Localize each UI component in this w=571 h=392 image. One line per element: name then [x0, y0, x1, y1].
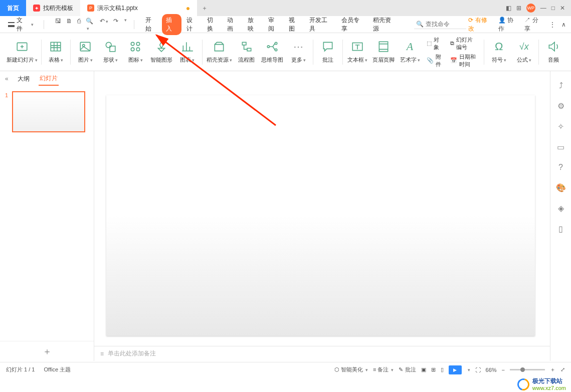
table-button[interactable]: 表格▾ — [43, 40, 68, 64]
object-button[interactable]: ⬚ 对象 — [427, 36, 442, 51]
notes-placeholder: 单击此处添加备注 — [108, 349, 156, 358]
notes-toggle[interactable]: ≡ 备注 ▾ — [373, 366, 394, 373]
command-search[interactable]: 🔍 — [414, 20, 466, 29]
sidebar-help-icon[interactable]: ? — [558, 163, 563, 172]
tab-slideshow[interactable]: 放映 — [244, 14, 263, 35]
textbox-icon — [351, 40, 364, 53]
hamburger-icon — [8, 22, 15, 27]
more-button[interactable]: ⋯ 更多▾ — [286, 40, 311, 64]
symbol-button[interactable]: Ω 符号▾ — [486, 40, 511, 64]
workspace: « 大纲 幻灯片 1 ＋ ≡ 单击此处添加备注 — [0, 71, 550, 361]
attachment-button[interactable]: 📎 附件 — [427, 53, 442, 68]
tab-insert[interactable]: 插入 — [162, 14, 181, 35]
collapse-ribbon[interactable]: ∧ — [561, 21, 566, 28]
sidebar-settings-icon[interactable]: ⚙ — [557, 101, 564, 111]
resource-icon — [213, 40, 226, 53]
theme-name: Office 主题 — [44, 366, 71, 373]
icons-icon — [129, 40, 142, 53]
watermark-logo — [515, 376, 531, 392]
new-slide-button[interactable]: 新建幻灯片▾ — [5, 40, 39, 64]
datetime-button[interactable]: 📅 日期和时间 — [450, 53, 478, 68]
file-menu[interactable]: 文件 ▾ — [5, 14, 37, 35]
svg-rect-1 — [51, 42, 61, 51]
zoom-out[interactable]: − — [502, 367, 505, 373]
shape-button[interactable]: 形状▾ — [98, 40, 123, 64]
slide-thumbnail-1[interactable]: 1 — [5, 91, 89, 132]
zoom-in[interactable]: ＋ — [550, 366, 555, 373]
chart-button[interactable]: 图表▾ — [175, 40, 200, 64]
symbol-icon: Ω — [492, 40, 505, 53]
search-input[interactable] — [426, 21, 466, 28]
view-reading[interactable]: ▯ — [441, 366, 444, 373]
smartart-button[interactable]: 智能图形 — [148, 40, 175, 64]
slides-tab[interactable]: 幻灯片 — [39, 72, 59, 86]
fullscreen-button[interactable]: ⤢ — [560, 366, 565, 373]
smartart-icon — [155, 40, 168, 53]
add-slide-button[interactable]: ＋ — [0, 341, 94, 361]
table-icon — [49, 40, 62, 53]
zoom-level[interactable]: 66% — [486, 367, 497, 373]
tab-design[interactable]: 设计 — [182, 14, 202, 35]
textbox-button[interactable]: 文本框▾ — [345, 40, 370, 64]
sidebar-book-icon[interactable]: ▯ — [558, 224, 563, 234]
play-slideshow-button[interactable]: ▶ — [449, 365, 462, 374]
zoom-slider[interactable] — [510, 369, 545, 370]
tab-review[interactable]: 审阅 — [264, 14, 284, 35]
icon-button[interactable]: 图标▾ — [123, 40, 148, 64]
collab-button[interactable]: 👤 协作 — [498, 16, 519, 33]
header-footer-button[interactable]: 页眉页脚 — [370, 40, 398, 64]
mindmap-icon — [266, 40, 279, 53]
share-button[interactable]: ↗ 分享 — [524, 16, 543, 33]
tab-docell-res[interactable]: 稻壳资源 — [369, 14, 400, 35]
tab-animation[interactable]: 动画 — [223, 14, 243, 35]
maximize-button[interactable]: □ — [551, 5, 555, 12]
beautify-button[interactable]: ⬡ 智能美化 ▾ — [334, 366, 368, 373]
sidebar-sparkle-icon[interactable]: ✧ — [557, 122, 564, 131]
view-normal[interactable]: ▣ — [421, 366, 426, 373]
docell-resource-button[interactable]: 稻壳资源▾ — [205, 40, 234, 64]
layout-icon[interactable]: ◧ — [506, 5, 511, 12]
sidebar-launch-icon[interactable]: ⤴ — [559, 81, 563, 90]
sidebar-present-icon[interactable]: ▭ — [557, 142, 564, 152]
flowchart-button[interactable]: 流程图 — [234, 40, 259, 64]
mindmap-button[interactable]: 思维导图 — [259, 40, 286, 64]
sidebar-palette-icon[interactable]: 🎨 — [556, 183, 566, 192]
slide-canvas-container — [94, 71, 550, 346]
comments-toggle[interactable]: ✎ 批注 — [399, 366, 416, 373]
preview-icon[interactable]: 🔍▾ — [86, 18, 95, 32]
watermark: 极光下载站 www.xz7.com — [517, 377, 571, 392]
export-icon[interactable]: 🗎 — [66, 18, 72, 32]
grid-icon[interactable]: ⊞ — [516, 5, 521, 12]
formula-button[interactable]: √x 公式▾ — [511, 40, 536, 64]
slide-number-button[interactable]: ⧉ 幻灯片编号 — [450, 36, 478, 51]
close-button[interactable]: ✕ — [560, 5, 565, 12]
tab-start[interactable]: 开始 — [141, 14, 161, 35]
tab-view[interactable]: 视图 — [285, 14, 304, 35]
print-icon[interactable]: ⎙ — [77, 18, 81, 32]
fit-button[interactable]: ⛶ — [475, 367, 481, 373]
collapse-panel-icon[interactable]: « — [5, 75, 9, 82]
comment-button[interactable]: 批注 — [315, 40, 340, 64]
save-icon[interactable]: 🖫 — [55, 18, 61, 32]
status-bar: 幻灯片 1 / 1 Office 主题 ⬡ 智能美化 ▾ ≡ 备注 ▾ ✎ 批注… — [0, 362, 571, 377]
modified-indicator[interactable]: ⟳ 有修改 — [468, 16, 492, 33]
user-avatar[interactable]: WP — [526, 4, 535, 13]
picture-button[interactable]: 图片▾ — [73, 40, 98, 64]
notes-bar[interactable]: ≡ 单击此处添加备注 — [94, 346, 550, 361]
view-sorter[interactable]: ⊞ — [431, 366, 436, 373]
shape-icon — [104, 40, 117, 53]
undo-icon[interactable]: ↶▾ — [100, 18, 108, 32]
more-menu[interactable]: ⋮ — [549, 21, 555, 28]
outline-tab[interactable]: 大纲 — [17, 73, 31, 85]
wordart-button[interactable]: A 艺术字▾ — [397, 40, 423, 64]
sidebar-diamond-icon[interactable]: ◈ — [558, 204, 564, 213]
audio-button[interactable]: 音频 — [541, 40, 566, 64]
slide-canvas[interactable] — [106, 95, 535, 336]
tab-transition[interactable]: 切换 — [203, 14, 223, 35]
tab-devtools[interactable]: 开发工具 — [305, 14, 336, 35]
comment-icon — [321, 40, 334, 53]
svg-rect-10 — [242, 42, 246, 45]
tab-member[interactable]: 会员专享 — [337, 14, 368, 35]
redo-icon[interactable]: ↷ — [113, 18, 118, 32]
minimize-button[interactable]: — — [540, 5, 546, 12]
